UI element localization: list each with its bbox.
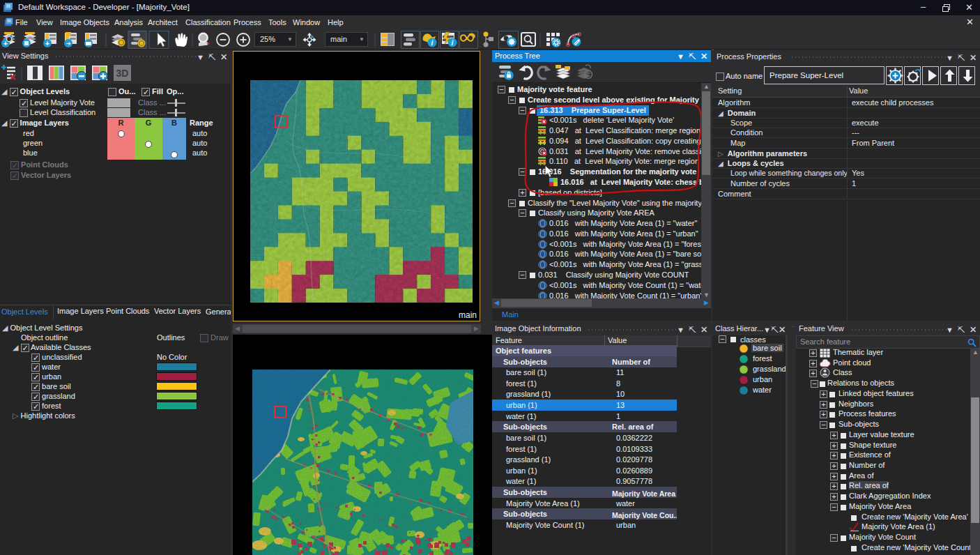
svg-text:➔: ➔ bbox=[66, 40, 71, 47]
svg-text:3D: 3D bbox=[116, 68, 129, 79]
svg-text:i: i bbox=[431, 39, 434, 47]
svg-text:+: + bbox=[45, 40, 49, 47]
svg-text:i: i bbox=[452, 39, 454, 47]
